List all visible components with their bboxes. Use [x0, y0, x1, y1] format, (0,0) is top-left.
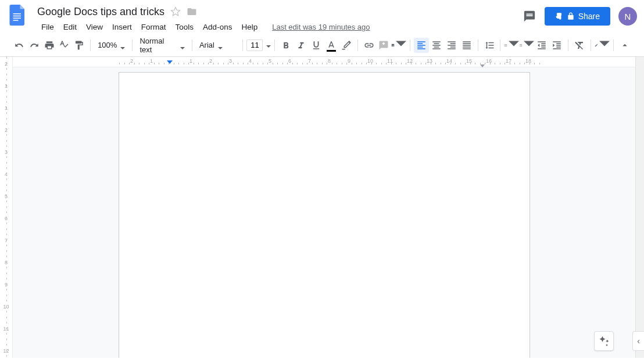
folder-icon[interactable] — [187, 6, 197, 17]
share-label: Share — [578, 12, 600, 21]
side-panel-toggle[interactable]: ‹ — [632, 331, 644, 351]
separator — [478, 40, 478, 51]
link-icon[interactable] — [362, 38, 377, 53]
editing-mode-icon[interactable] — [595, 38, 610, 53]
main-area: 21123456789101112131415161718 — [13, 57, 635, 358]
horizontal-ruler: 21123456789101112131415161718 — [13, 57, 635, 67]
page[interactable] — [119, 72, 530, 358]
avatar[interactable]: N — [618, 7, 637, 26]
spellcheck-icon[interactable] — [56, 38, 71, 53]
separator — [274, 40, 275, 51]
svg-rect-2 — [13, 18, 22, 19]
undo-icon[interactable] — [12, 38, 27, 53]
share-button[interactable]: Share — [545, 7, 610, 26]
star-icon[interactable] — [170, 6, 181, 17]
decrease-indent-icon[interactable] — [534, 38, 549, 53]
menu-file[interactable]: File — [37, 20, 58, 34]
canvas[interactable] — [13, 67, 635, 358]
menu-format[interactable]: Format — [137, 20, 170, 34]
scrollbar[interactable] — [635, 57, 644, 358]
align-left-icon[interactable] — [414, 38, 429, 53]
explore-button[interactable] — [594, 331, 614, 351]
last-edit-link[interactable]: Last edit was 19 minutes ago — [272, 23, 370, 31]
docs-logo[interactable] — [7, 5, 28, 26]
title-area: Google Docs tips and tricks File Edit Vi… — [37, 5, 523, 34]
vertical-ruler: 21123456789101112 — [0, 57, 13, 358]
separator — [357, 40, 358, 51]
comments-icon[interactable] — [523, 9, 536, 23]
comment-icon[interactable] — [376, 38, 391, 53]
paint-format-icon[interactable] — [71, 38, 87, 53]
separator — [410, 40, 410, 51]
increase-indent-icon[interactable] — [549, 38, 564, 53]
menu-tools[interactable]: Tools — [171, 20, 198, 34]
svg-rect-5 — [557, 15, 561, 19]
separator — [568, 40, 568, 51]
font-size-caret[interactable] — [266, 40, 271, 51]
clear-format-icon[interactable] — [572, 38, 587, 53]
redo-icon[interactable] — [27, 38, 42, 53]
menu-help[interactable]: Help — [237, 20, 262, 34]
style-dropdown[interactable]: Normal text — [136, 38, 188, 53]
separator — [192, 40, 192, 51]
menu-edit[interactable]: Edit — [59, 20, 81, 34]
indent-marker[interactable] — [167, 60, 173, 64]
text-color-icon[interactable] — [324, 38, 339, 53]
separator — [132, 40, 133, 51]
work-area: 21123456789101112 2112345678910111213141… — [0, 57, 644, 358]
header: Google Docs tips and tricks File Edit Vi… — [0, 0, 644, 34]
toolbar: 100% Normal text Arial — [0, 34, 644, 57]
svg-rect-0 — [13, 13, 22, 15]
doc-title[interactable]: Google Docs tips and tricks — [37, 6, 164, 18]
svg-rect-3 — [13, 20, 19, 21]
underline-icon[interactable] — [309, 38, 324, 53]
menu-addons[interactable]: Add-ons — [199, 20, 236, 34]
bold-icon[interactable] — [278, 38, 294, 53]
align-justify-icon[interactable] — [459, 38, 474, 53]
highlight-icon[interactable] — [339, 38, 354, 53]
align-center-icon[interactable] — [429, 38, 444, 53]
numbered-list-icon[interactable] — [504, 38, 519, 53]
separator — [500, 40, 500, 51]
separator — [90, 40, 91, 51]
bulleted-list-icon[interactable] — [519, 38, 534, 53]
svg-rect-1 — [13, 16, 22, 17]
collapse-toolbar-icon[interactable] — [617, 38, 632, 53]
menu-view[interactable]: View — [82, 20, 107, 34]
image-icon[interactable] — [391, 38, 406, 53]
menu-insert[interactable]: Insert — [108, 20, 136, 34]
align-right-icon[interactable] — [444, 38, 459, 53]
separator — [242, 40, 243, 51]
separator — [613, 40, 614, 51]
print-icon[interactable] — [42, 38, 57, 53]
header-right: Share N — [523, 5, 637, 26]
line-spacing-icon[interactable] — [482, 38, 497, 53]
zoom-dropdown[interactable]: 100% — [94, 38, 128, 53]
font-size-control — [246, 40, 271, 51]
right-margin-marker[interactable] — [480, 64, 485, 67]
font-dropdown[interactable]: Arial — [196, 38, 239, 53]
separator — [591, 40, 591, 51]
lock-icon — [567, 12, 575, 20]
menu-bar: File Edit View Insert Format Tools Add-o… — [37, 20, 523, 34]
italic-icon[interactable] — [294, 38, 309, 53]
font-size-input[interactable] — [246, 40, 263, 51]
